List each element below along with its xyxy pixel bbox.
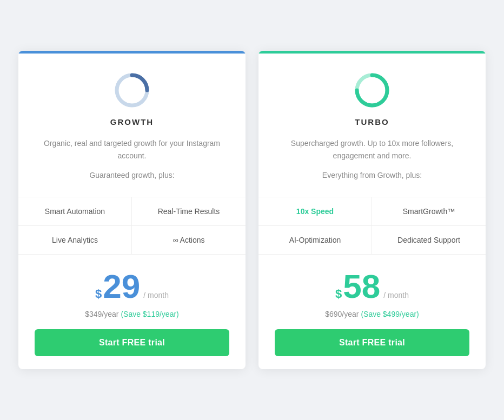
cta-button[interactable]: Start FREE trial bbox=[275, 329, 469, 356]
price-annual: $349/year (Save $119/year) bbox=[35, 310, 229, 318]
plan-tagline: Guaranteed growth, plus: bbox=[35, 169, 229, 181]
price-main: $ 29 / month bbox=[35, 270, 229, 303]
cta-button[interactable]: Start FREE trial bbox=[35, 329, 229, 356]
feature-cell: Smart Automation bbox=[18, 197, 132, 226]
price-save: (Save $499/year) bbox=[361, 310, 419, 318]
pricing-container: GROWTH Organic, real and targeted growth… bbox=[0, 29, 504, 390]
pricing-section: $ 29 / month $349/year (Save $119/year) … bbox=[18, 255, 246, 369]
plan-description: Organic, real and targeted growth for yo… bbox=[35, 137, 229, 162]
plan-icon bbox=[355, 73, 389, 108]
feature-cell: 10x Speed bbox=[258, 197, 372, 226]
plan-card-growth: GROWTH Organic, real and targeted growth… bbox=[18, 51, 246, 369]
price-amount: 58 bbox=[343, 270, 380, 303]
price-save: (Save $119/year) bbox=[121, 310, 178, 318]
price-period: / month bbox=[143, 291, 169, 299]
plan-tagline: Everything from Growth, plus: bbox=[275, 169, 469, 181]
pricing-section: $ 58 / month $690/year (Save $499/year) … bbox=[258, 255, 486, 369]
plan-header: TURBO Supercharged growth. Up to 10x mor… bbox=[258, 54, 486, 196]
plan-description: Supercharged growth. Up to 10x more foll… bbox=[275, 137, 469, 162]
feature-cell: Real-Time Results bbox=[132, 197, 246, 226]
feature-cell: AI-Optimization bbox=[258, 226, 372, 255]
plan-name: GROWTH bbox=[35, 117, 229, 126]
price-currency: $ bbox=[95, 287, 102, 301]
plan-header: GROWTH Organic, real and targeted growth… bbox=[18, 54, 246, 196]
feature-cell: SmartGrowth™ bbox=[372, 197, 486, 226]
price-annual: $690/year (Save $499/year) bbox=[275, 310, 469, 318]
plan-icon bbox=[115, 73, 149, 108]
price-currency: $ bbox=[335, 287, 342, 301]
price-period: / month bbox=[383, 291, 409, 299]
plan-card-turbo: TURBO Supercharged growth. Up to 10x mor… bbox=[258, 51, 486, 369]
feature-cell: Dedicated Support bbox=[372, 226, 486, 255]
feature-cell: ∞ Actions bbox=[132, 226, 246, 255]
price-main: $ 58 / month bbox=[275, 270, 469, 303]
feature-cell: Live Analytics bbox=[18, 226, 132, 255]
plan-name: TURBO bbox=[275, 117, 469, 126]
features-grid: Smart Automation Real-Time Results Live … bbox=[18, 197, 246, 255]
features-grid: 10x Speed SmartGrowth™ AI-Optimization D… bbox=[258, 197, 486, 255]
price-amount: 29 bbox=[103, 270, 140, 303]
